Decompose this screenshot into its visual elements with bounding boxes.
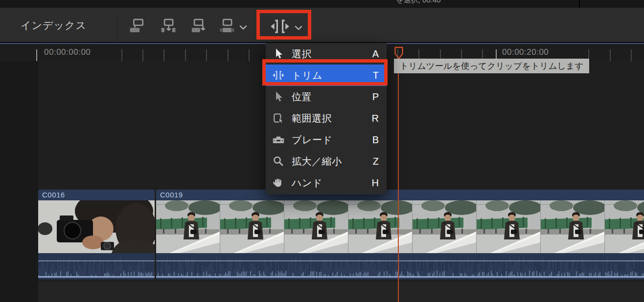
ruler-tick: [163, 49, 164, 61]
ruler-tick: [610, 49, 611, 61]
menu-item-label: ハンド: [292, 176, 372, 190]
annotation-box-tool-button: [256, 10, 311, 40]
ruler-tick: [249, 49, 250, 61]
range-select-tool-icon: [271, 112, 286, 124]
ruler-tick-major: [36, 49, 37, 61]
titlebar: を選択, 00:40: [0, 0, 644, 8]
overwrite-clip-icon[interactable]: [219, 18, 235, 34]
timeline-clip-c0019[interactable]: C0019: [156, 190, 644, 280]
clip-video-filmstrip: [156, 200, 644, 253]
clip-audio-waveform: [38, 253, 155, 280]
menu-item-shortcut: P: [372, 91, 379, 103]
index-button[interactable]: インデックス: [21, 19, 87, 32]
connect-clip-icon[interactable]: [129, 18, 145, 34]
annotation-box-trim-item: [262, 59, 388, 86]
ruler-tick: [206, 49, 207, 61]
clip-thumbnail: [348, 200, 413, 253]
clip-thumbnail: [605, 200, 644, 253]
menu-item-label: ブレード: [292, 133, 372, 147]
menu-item-hand[interactable]: ハンドH: [266, 172, 387, 194]
clip-thumbnail: [156, 200, 220, 253]
ruler-tick: [142, 49, 143, 61]
clip-name-label: C0016: [38, 190, 155, 200]
clip-thumbnail: [220, 200, 284, 253]
position-tool-icon: [271, 91, 286, 103]
timeline-toolbar: インデックス: [0, 8, 644, 42]
ruler-tick: [121, 49, 122, 61]
ruler-tick: [631, 49, 632, 61]
clip-thumbnail: [541, 200, 605, 253]
clip-video-filmstrip: [38, 200, 155, 253]
clip-thumbnail: [284, 200, 348, 253]
ruler-tick: [228, 49, 229, 61]
timeline-background: [38, 282, 644, 302]
trim-tool-tooltip: トリムツールを使ってクリップをトリムします: [394, 59, 589, 73]
menu-item-shortcut: B: [372, 134, 379, 146]
menu-item-label: 範囲選択: [292, 112, 372, 125]
panel-divider: [579, 0, 580, 8]
menu-item-shortcut: A: [372, 48, 379, 60]
blade-tool-icon: [271, 134, 286, 146]
menu-item-label: 選択: [292, 47, 372, 61]
menu-item-shortcut: R: [372, 113, 379, 124]
menu-item-zoom[interactable]: 拡大／縮小Z: [266, 151, 387, 172]
menu-item-position[interactable]: 位置P: [266, 86, 387, 108]
ruler-timecode-label: 00:00:20:00: [502, 47, 549, 57]
ruler-timecode-label: 00:00:00:00: [44, 47, 91, 57]
clip-thumbnail: [38, 200, 155, 253]
playhead-line[interactable]: [398, 59, 399, 302]
menu-item-range-select[interactable]: 範囲選択R: [266, 108, 387, 129]
menu-item-label: 拡大／縮小: [292, 155, 373, 168]
clip-thumbnail: [477, 200, 541, 253]
selection-status-text: を選択, 00:40: [303, 0, 533, 5]
timeline-left-margin: [0, 61, 38, 302]
clip-thumbnail: [413, 200, 477, 253]
hand-tool-icon: [271, 177, 286, 189]
timeline-clip-c0016[interactable]: C0016: [38, 190, 155, 280]
menu-item-shortcut: H: [372, 177, 379, 189]
clip-audio-waveform: [156, 253, 644, 280]
select-tool-icon: [271, 48, 286, 60]
menu-item-blade[interactable]: ブレードB: [266, 129, 387, 151]
clip-name-label: C0019: [156, 190, 644, 200]
insert-clip-icon[interactable]: [160, 18, 177, 34]
ruler-tick: [185, 49, 186, 61]
menu-item-shortcut: Z: [373, 156, 379, 167]
append-clip-icon[interactable]: [190, 18, 207, 34]
fcp-timeline-window: を選択, 00:40 インデックス 00:00:00:0000:00:20:00…: [0, 0, 644, 302]
menu-item-label: 位置: [292, 90, 372, 104]
playhead-marker-icon[interactable]: [393, 46, 404, 60]
edit-options-chevron-icon[interactable]: [239, 23, 247, 29]
zoom-tool-icon: [271, 155, 286, 167]
